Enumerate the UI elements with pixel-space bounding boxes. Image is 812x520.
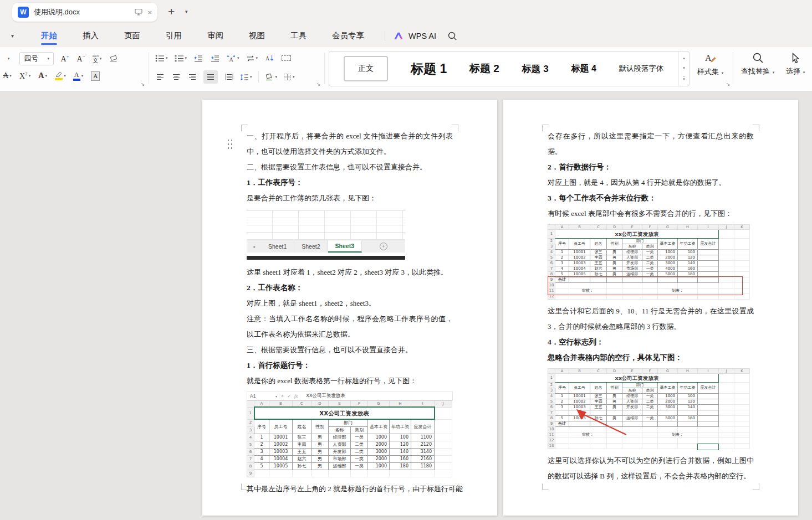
font-name-chevron-icon[interactable]: ▾ <box>3 53 13 64</box>
decrease-indent-button[interactable] <box>193 53 203 64</box>
line-spacing-button[interactable]: ▾ <box>240 71 252 83</box>
distribute-button[interactable] <box>224 71 234 83</box>
character-scaling-button[interactable]: A▾ <box>227 53 239 64</box>
style-normal[interactable]: 正文 <box>344 56 388 81</box>
paragraph-drag-handle[interactable] <box>227 138 233 149</box>
sheet-tab-bar: ◂ Sheet1 Sheet2 Sheet3 + <box>247 240 405 253</box>
decrease-font-button[interactable]: A− <box>76 53 86 64</box>
text-direction-button[interactable]: ▾ <box>246 53 258 64</box>
document-page-1[interactable]: 一、打开程序后，将要合并的 excel 文件拖进要合并的文件列表中，也可以使用选… <box>202 100 497 516</box>
heading-paragraph[interactable]: 忽略合并表格内部的空行，具体见下图： <box>548 350 754 365</box>
shading-button[interactable]: ▾ <box>265 71 278 83</box>
style-heading-2[interactable]: 标题 2 <box>469 61 499 76</box>
paragraph[interactable]: 这里 sheet1 对应着 1，sheet2 对应 2，sheet3 对应 3，… <box>247 265 453 280</box>
wps-ai-button[interactable]: WPS AI <box>393 31 436 40</box>
scroll-up-icon[interactable]: ▴ <box>683 56 685 60</box>
strikethrough-button[interactable]: A▾ <box>2 70 12 81</box>
bullet-list-button[interactable]: ▾ <box>155 53 168 64</box>
style-default-font[interactable]: 默认段落字体 <box>619 64 664 74</box>
paragraph[interactable]: 其中最左边序号左上角的 2 就是标题行的首行行号，由于标题行可能 <box>247 481 453 497</box>
paragraph[interactable]: 对应上图，就是 4，因为从第 4 行开始就是你的数据了。 <box>548 175 754 191</box>
heading-paragraph[interactable]: 2．首行数据行号： <box>548 159 754 175</box>
paragraph[interactable]: 这里合计和它后面的 9、10、11 行是无需合并的，在这里设置成 3，合并的时候… <box>548 303 754 334</box>
paragraph[interactable]: 二、根据需要设置工作表信息，也可以不设置直接合并。 <box>247 159 453 175</box>
heading-paragraph[interactable]: 1．首行标题行号： <box>247 358 453 373</box>
sort-button[interactable]: A <box>264 53 274 64</box>
find-replace-button[interactable]: 查找替换 ▾ <box>741 52 774 76</box>
menu-member[interactable]: 会员专享 <box>319 24 377 47</box>
menu-review[interactable]: 审阅 <box>195 24 236 47</box>
menu-insert[interactable]: 插入 <box>70 24 111 47</box>
document-workspace: 一、打开程序后，将要合并的 excel 文件拖进要合并的文件列表中，也可以使用选… <box>0 91 812 520</box>
character-border-button[interactable]: A <box>90 70 100 81</box>
wps-ai-logo-icon <box>393 31 405 40</box>
align-center-button[interactable] <box>171 71 181 83</box>
menu-view[interactable]: 视图 <box>236 24 278 47</box>
paragraph[interactable]: 会存在多行，所以这里需要指定一下，方便查看汇总出来的数据。 <box>548 128 754 159</box>
document-page-2[interactable]: 会存在多行，所以这里需要指定一下，方便查看汇总出来的数据。 2．首行数据行号： … <box>503 100 798 516</box>
heading-paragraph[interactable]: 3．每个工作表不合并末位行数： <box>548 191 754 206</box>
font-dialog-launcher-icon[interactable]: ↘ <box>141 81 145 87</box>
paragraph[interactable]: 三、根据需要设置行信息，也可以不设置直接合并。 <box>247 342 453 358</box>
collapse-ribbon-icon[interactable]: ▾ <box>11 33 14 39</box>
paragraph[interactable]: 这里可以选择你认为不可以为空的列进行合并数据，例如上图中的数据可以选择 B 列，… <box>548 453 754 484</box>
document-tab[interactable]: W 使用说明.docx × <box>12 3 157 22</box>
ribbon-group-divider <box>324 53 325 84</box>
page1-text: 一、打开程序后，将要合并的 excel 文件拖进要合并的文件列表中，也可以使用选… <box>247 128 453 497</box>
paragraph[interactable]: 就是你的 excel 数据表格第一行标题的行号，见下图： <box>247 373 453 389</box>
font-color-button[interactable]: A▾ <box>73 70 84 81</box>
embedded-screenshot-excel-blank-row[interactable]: ABCDEFGHIJK1xx公司工资发放表2序号员工号姓名性别部门基本工资年功工… <box>548 368 754 449</box>
menu-page[interactable]: 页面 <box>111 24 153 47</box>
paragraph-dialog-launcher-icon[interactable]: ↘ <box>316 81 321 87</box>
paragraph[interactable]: 一、打开程序后，将要合并的 excel 文件拖进要合并的文件列表中，也可以使用选… <box>247 128 453 159</box>
heading-paragraph[interactable]: 2．工作表名称： <box>247 280 453 296</box>
increase-indent-button[interactable] <box>210 53 220 64</box>
text-effects-button[interactable]: A▾ <box>38 70 48 81</box>
paragraph[interactable]: 是要合并的工作薄的第几张表，见下图： <box>247 191 453 206</box>
paragraph[interactable]: 对应上图，就是 sheet1，sheet2，sheet3。 <box>247 296 453 311</box>
paragraph[interactable]: 有时候 excel 表尾部中会有很多不需要合并的行，见下图： <box>548 206 754 222</box>
margin-corner-mark <box>542 483 549 490</box>
highlight-yellow-bar <box>55 78 63 80</box>
styles-dialog-launcher-icon[interactable]: ↘ <box>726 81 731 87</box>
style-gallery-scroll[interactable]: ▴ ▾ ▾ <box>678 52 689 86</box>
increase-font-button[interactable]: A+ <box>60 53 70 64</box>
font-size-select[interactable]: 四号▾ <box>19 52 54 65</box>
clear-format-eraser-icon[interactable] <box>108 53 118 64</box>
align-left-button[interactable] <box>155 71 165 83</box>
style-gallery: 正文 标题 1 标题 2 标题 3 标题 4 默认段落字体 ▴ ▾ ▾ <box>329 51 690 86</box>
close-tab-icon[interactable]: × <box>147 9 152 16</box>
ruler-toggle-icon[interactable] <box>281 53 291 64</box>
style-set-button[interactable]: A 样式集 ▾ <box>697 52 723 77</box>
embedded-screenshot-sheet-tabs[interactable]: ◂ Sheet1 Sheet2 Sheet3 + <box>247 210 405 260</box>
enter-full-mode-icon[interactable] <box>135 8 142 17</box>
menu-home[interactable]: 开始 <box>28 24 70 47</box>
numbered-list-button[interactable]: ▾ <box>175 53 187 64</box>
borders-button[interactable]: ▾ <box>283 71 295 83</box>
pinyin-guide-button[interactable]: wén文▾ <box>92 53 102 64</box>
embedded-screenshot-excel-tail-rows[interactable]: ABCDEFGHIJK1xx公司工资发放表2序号员工号姓名性别部门基本工资年功工… <box>548 224 754 300</box>
select-button[interactable]: 选择 ▾ <box>786 52 805 76</box>
style-heading-4[interactable]: 标题 4 <box>571 63 596 75</box>
gallery-more-icon[interactable]: ▾ <box>683 76 685 81</box>
highlight-color-button[interactable]: ▾ <box>55 70 66 81</box>
find-replace-magnifier-icon <box>752 52 764 64</box>
style-heading-3[interactable]: 标题 3 <box>522 63 549 75</box>
style-heading-1[interactable]: 标题 1 <box>411 60 447 78</box>
wps-writer-icon: W <box>18 7 29 18</box>
menu-tools[interactable]: 工具 <box>278 24 319 47</box>
scroll-down-icon[interactable]: ▾ <box>683 66 685 70</box>
align-right-button[interactable] <box>187 71 197 83</box>
ribbon-toolbar: ▾ 四号▾ A+ A− wén文▾ A▾ X2▾ A▾ ▾ A▾ A ↘ ▾ ▾ <box>0 47 812 91</box>
new-tab-button[interactable]: + <box>168 5 175 18</box>
svg-text:A: A <box>265 55 270 61</box>
heading-paragraph[interactable]: 1．工作表序号： <box>247 175 453 191</box>
superscript-button[interactable]: X2▾ <box>19 70 30 81</box>
paragraph[interactable]: 注意：当填入工作名名称的时候，程序会忽略工作表序号的值，以工作表名称为依据来汇总… <box>247 311 453 342</box>
embedded-screenshot-excel-title-row[interactable]: A1▾×✓fxXX公司工资发放表ABCDEFGHIJ1XX公司工资发放表2序号员… <box>247 392 453 477</box>
justify-button[interactable] <box>203 70 218 84</box>
heading-paragraph[interactable]: 4．空行标志列： <box>548 334 754 350</box>
tab-list-chevron-icon[interactable]: ▾ <box>185 9 188 14</box>
search-button[interactable] <box>447 31 457 41</box>
menu-reference[interactable]: 引用 <box>153 24 195 47</box>
